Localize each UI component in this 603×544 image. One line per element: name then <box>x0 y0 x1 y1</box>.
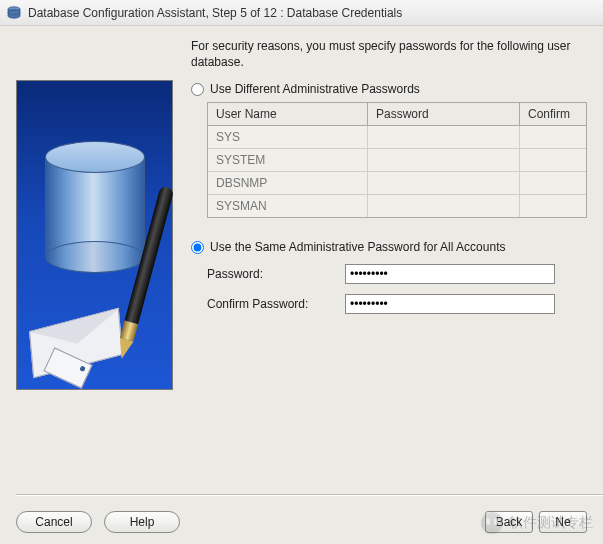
cell-password[interactable] <box>368 149 520 171</box>
bottom-bar: Cancel Help Back Ne <box>0 500 603 544</box>
cell-password[interactable] <box>368 172 520 194</box>
radio-same-password[interactable]: Use the Same Administrative Password for… <box>191 240 587 254</box>
radio-different-passwords[interactable]: Use Different Administrative Passwords <box>191 82 587 96</box>
divider <box>16 494 603 496</box>
radio-same-input[interactable] <box>191 241 204 254</box>
radio-different-label: Use Different Administrative Passwords <box>210 82 420 96</box>
content-area: For security reasons, you must specify p… <box>0 26 603 544</box>
password-row: Password: <box>207 264 587 284</box>
col-header-password: Password <box>368 103 520 125</box>
table-row: SYSMAN <box>208 195 586 217</box>
app-icon <box>6 5 22 21</box>
confirm-password-input[interactable] <box>345 294 555 314</box>
back-button[interactable]: Back <box>485 511 533 533</box>
cell-username: DBSNMP <box>208 172 368 194</box>
intro-text: For security reasons, you must specify p… <box>191 38 587 70</box>
cell-username: SYSTEM <box>208 149 368 171</box>
database-icon <box>45 141 145 261</box>
window-title: Database Configuration Assistant, Step 5… <box>28 6 402 20</box>
col-header-confirm: Confirm <box>520 103 586 125</box>
cell-confirm[interactable] <box>520 172 586 194</box>
col-header-username: User Name <box>208 103 368 125</box>
cancel-button[interactable]: Cancel <box>16 511 92 533</box>
cell-confirm[interactable] <box>520 126 586 148</box>
credentials-form: Use Different Administrative Passwords U… <box>191 80 587 314</box>
wizard-illustration <box>16 80 173 390</box>
titlebar: Database Configuration Assistant, Step 5… <box>0 0 603 26</box>
cell-username: SYSMAN <box>208 195 368 217</box>
table-header: User Name Password Confirm <box>208 103 586 126</box>
cell-password[interactable] <box>368 126 520 148</box>
radio-different-input[interactable] <box>191 83 204 96</box>
table-row: SYSTEM <box>208 149 586 172</box>
table-row: SYS <box>208 126 586 149</box>
cell-username: SYS <box>208 126 368 148</box>
radio-same-label: Use the Same Administrative Password for… <box>210 240 505 254</box>
table-row: DBSNMP <box>208 172 586 195</box>
cell-confirm[interactable] <box>520 149 586 171</box>
password-input[interactable] <box>345 264 555 284</box>
confirm-password-label: Confirm Password: <box>207 297 337 311</box>
cell-confirm[interactable] <box>520 195 586 217</box>
help-button[interactable]: Help <box>104 511 180 533</box>
confirm-password-row: Confirm Password: <box>207 294 587 314</box>
cell-password[interactable] <box>368 195 520 217</box>
users-table: User Name Password Confirm SYS SYSTEM DB… <box>207 102 587 218</box>
next-button[interactable]: Ne <box>539 511 587 533</box>
password-label: Password: <box>207 267 337 281</box>
